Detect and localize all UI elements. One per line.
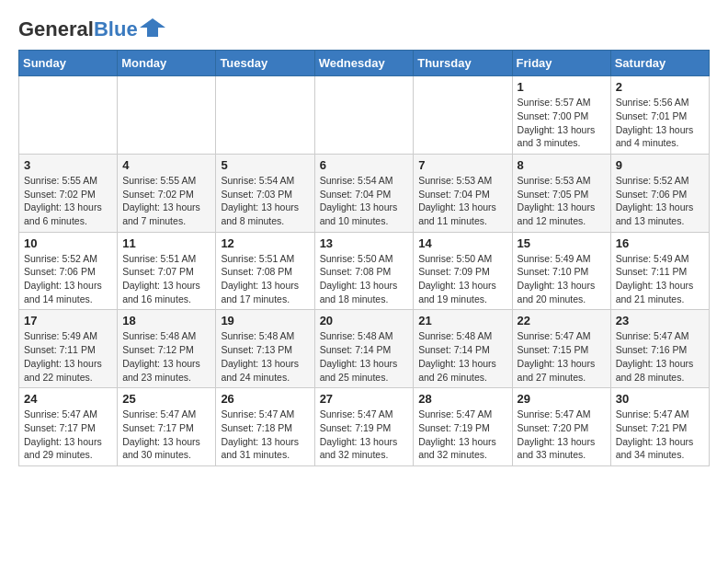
- day-number: 25: [122, 392, 210, 406]
- day-detail: Sunrise: 5:47 AMSunset: 7:16 PMDaylight:…: [616, 329, 704, 384]
- calendar-cell: 21Sunrise: 5:48 AMSunset: 7:14 PMDayligh…: [414, 310, 512, 388]
- day-detail: Sunrise: 5:49 AMSunset: 7:11 PMDaylight:…: [616, 252, 704, 306]
- logo-general: General: [18, 17, 94, 40]
- day-number: 23: [616, 314, 704, 327]
- day-detail: Sunrise: 5:55 AMSunset: 7:02 PMDaylight:…: [24, 174, 112, 228]
- calendar-cell: 9Sunrise: 5:52 AMSunset: 7:06 PMDaylight…: [610, 154, 709, 232]
- calendar-week-row: 1Sunrise: 5:57 AMSunset: 7:00 PMDaylight…: [19, 76, 710, 155]
- calendar-cell: [118, 76, 216, 155]
- calendar-cell: 10Sunrise: 5:52 AMSunset: 7:06 PMDayligh…: [19, 232, 118, 310]
- day-number: 5: [221, 158, 309, 172]
- day-number: 17: [24, 314, 112, 327]
- day-number: 24: [24, 392, 112, 406]
- calendar-cell: 14Sunrise: 5:50 AMSunset: 7:09 PMDayligh…: [414, 232, 512, 310]
- day-detail: Sunrise: 5:48 AMSunset: 7:14 PMDaylight:…: [320, 329, 409, 384]
- day-detail: Sunrise: 5:47 AMSunset: 7:21 PMDaylight:…: [616, 408, 704, 462]
- page-header: GeneralBlue: [18, 18, 710, 40]
- day-number: 30: [616, 392, 704, 406]
- calendar-cell: 17Sunrise: 5:49 AMSunset: 7:11 PMDayligh…: [19, 310, 118, 388]
- weekday-header-thursday: Thursday: [414, 51, 512, 76]
- day-detail: Sunrise: 5:52 AMSunset: 7:06 PMDaylight:…: [616, 174, 704, 228]
- calendar-cell: 16Sunrise: 5:49 AMSunset: 7:11 PMDayligh…: [610, 232, 709, 310]
- day-number: 27: [320, 392, 409, 406]
- day-number: 20: [320, 314, 409, 327]
- calendar-cell: 23Sunrise: 5:47 AMSunset: 7:16 PMDayligh…: [610, 310, 709, 388]
- logo-blue: Blue: [94, 17, 138, 40]
- calendar-cell: 30Sunrise: 5:47 AMSunset: 7:21 PMDayligh…: [610, 388, 709, 466]
- calendar-cell: 6Sunrise: 5:54 AMSunset: 7:04 PMDaylight…: [314, 154, 414, 232]
- calendar-cell: 7Sunrise: 5:53 AMSunset: 7:04 PMDaylight…: [414, 154, 512, 232]
- calendar-cell: 8Sunrise: 5:53 AMSunset: 7:05 PMDaylight…: [512, 154, 610, 232]
- weekday-header-saturday: Saturday: [610, 51, 709, 76]
- calendar-cell: 3Sunrise: 5:55 AMSunset: 7:02 PMDaylight…: [19, 154, 118, 232]
- day-number: 3: [24, 158, 112, 172]
- day-detail: Sunrise: 5:53 AMSunset: 7:05 PMDaylight:…: [518, 174, 606, 228]
- day-detail: Sunrise: 5:47 AMSunset: 7:19 PMDaylight:…: [418, 408, 506, 462]
- calendar-cell: 18Sunrise: 5:48 AMSunset: 7:12 PMDayligh…: [118, 310, 216, 388]
- logo-icon: [140, 18, 165, 37]
- calendar-week-row: 3Sunrise: 5:55 AMSunset: 7:02 PMDaylight…: [19, 154, 710, 232]
- day-number: 8: [518, 158, 606, 172]
- day-detail: Sunrise: 5:47 AMSunset: 7:19 PMDaylight:…: [320, 408, 409, 462]
- weekday-header-sunday: Sunday: [19, 51, 118, 76]
- day-number: 12: [221, 236, 309, 250]
- day-detail: Sunrise: 5:57 AMSunset: 7:00 PMDaylight:…: [518, 96, 606, 150]
- day-number: 14: [418, 236, 506, 250]
- calendar-cell: [314, 76, 414, 155]
- calendar-cell: 28Sunrise: 5:47 AMSunset: 7:19 PMDayligh…: [414, 388, 512, 466]
- day-detail: Sunrise: 5:48 AMSunset: 7:13 PMDaylight:…: [221, 329, 309, 384]
- calendar-cell: [19, 76, 118, 155]
- calendar-cell: 5Sunrise: 5:54 AMSunset: 7:03 PMDaylight…: [216, 154, 314, 232]
- calendar-cell: 20Sunrise: 5:48 AMSunset: 7:14 PMDayligh…: [314, 310, 414, 388]
- day-number: 11: [122, 236, 210, 250]
- day-detail: Sunrise: 5:47 AMSunset: 7:15 PMDaylight:…: [518, 329, 606, 384]
- day-number: 1: [518, 80, 606, 94]
- calendar-cell: 19Sunrise: 5:48 AMSunset: 7:13 PMDayligh…: [216, 310, 314, 388]
- calendar-cell: 2Sunrise: 5:56 AMSunset: 7:01 PMDaylight…: [610, 76, 709, 155]
- calendar-cell: 15Sunrise: 5:49 AMSunset: 7:10 PMDayligh…: [512, 232, 610, 310]
- calendar-week-row: 24Sunrise: 5:47 AMSunset: 7:17 PMDayligh…: [19, 388, 710, 466]
- weekday-header-wednesday: Wednesday: [314, 51, 414, 76]
- day-number: 4: [122, 158, 210, 172]
- calendar-cell: 24Sunrise: 5:47 AMSunset: 7:17 PMDayligh…: [19, 388, 118, 466]
- day-detail: Sunrise: 5:47 AMSunset: 7:17 PMDaylight:…: [122, 408, 210, 462]
- day-number: 10: [24, 236, 112, 250]
- day-detail: Sunrise: 5:48 AMSunset: 7:14 PMDaylight:…: [418, 329, 506, 384]
- calendar-cell: 12Sunrise: 5:51 AMSunset: 7:08 PMDayligh…: [216, 232, 314, 310]
- day-detail: Sunrise: 5:47 AMSunset: 7:17 PMDaylight:…: [24, 408, 112, 462]
- day-detail: Sunrise: 5:50 AMSunset: 7:09 PMDaylight:…: [418, 252, 506, 306]
- day-number: 29: [518, 392, 606, 406]
- day-number: 26: [221, 392, 309, 406]
- day-number: 16: [616, 236, 704, 250]
- day-number: 22: [518, 314, 606, 327]
- calendar-week-row: 17Sunrise: 5:49 AMSunset: 7:11 PMDayligh…: [19, 310, 710, 388]
- calendar-cell: 22Sunrise: 5:47 AMSunset: 7:15 PMDayligh…: [512, 310, 610, 388]
- calendar-cell: 25Sunrise: 5:47 AMSunset: 7:17 PMDayligh…: [118, 388, 216, 466]
- weekday-header-monday: Monday: [118, 51, 216, 76]
- day-detail: Sunrise: 5:47 AMSunset: 7:20 PMDaylight:…: [518, 408, 606, 462]
- weekday-header-friday: Friday: [512, 51, 610, 76]
- day-number: 9: [616, 158, 704, 172]
- calendar-week-row: 10Sunrise: 5:52 AMSunset: 7:06 PMDayligh…: [19, 232, 710, 310]
- day-number: 18: [122, 314, 210, 327]
- day-number: 19: [221, 314, 309, 327]
- calendar-cell: 27Sunrise: 5:47 AMSunset: 7:19 PMDayligh…: [314, 388, 414, 466]
- day-detail: Sunrise: 5:50 AMSunset: 7:08 PMDaylight:…: [320, 252, 409, 306]
- calendar-cell: 29Sunrise: 5:47 AMSunset: 7:20 PMDayligh…: [512, 388, 610, 466]
- calendar-cell: 4Sunrise: 5:55 AMSunset: 7:02 PMDaylight…: [118, 154, 216, 232]
- day-detail: Sunrise: 5:55 AMSunset: 7:02 PMDaylight:…: [122, 174, 210, 228]
- day-detail: Sunrise: 5:51 AMSunset: 7:08 PMDaylight:…: [221, 252, 309, 306]
- day-number: 13: [320, 236, 409, 250]
- day-number: 21: [418, 314, 506, 327]
- day-number: 28: [418, 392, 506, 406]
- day-number: 7: [418, 158, 506, 172]
- day-number: 6: [320, 158, 409, 172]
- day-detail: Sunrise: 5:53 AMSunset: 7:04 PMDaylight:…: [418, 174, 506, 228]
- weekday-header-tuesday: Tuesday: [216, 51, 314, 76]
- day-detail: Sunrise: 5:54 AMSunset: 7:03 PMDaylight:…: [221, 174, 309, 228]
- day-detail: Sunrise: 5:51 AMSunset: 7:07 PMDaylight:…: [122, 252, 210, 306]
- logo: GeneralBlue: [18, 18, 165, 40]
- day-detail: Sunrise: 5:48 AMSunset: 7:12 PMDaylight:…: [122, 329, 210, 384]
- weekday-header-row: SundayMondayTuesdayWednesdayThursdayFrid…: [19, 51, 710, 76]
- calendar-cell: [216, 76, 314, 155]
